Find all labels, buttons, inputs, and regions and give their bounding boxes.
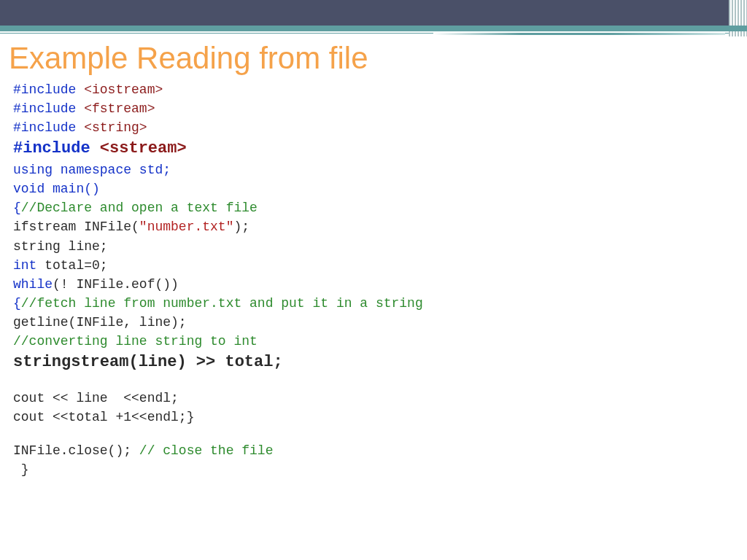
- preproc: #include: [13, 101, 84, 116]
- code-text: ifstream INFile(: [13, 219, 139, 234]
- code-line: void main(): [13, 179, 747, 198]
- code-line: while(! INFile.eof()): [13, 275, 747, 294]
- code-line: {//Declare and open a text file: [13, 198, 747, 217]
- code-text: (! INFile.eof()): [53, 277, 179, 292]
- keyword: using namespace: [13, 163, 139, 177]
- code-line: }: [13, 460, 747, 479]
- code-text: main(): [53, 182, 100, 196]
- preproc: #include: [13, 82, 84, 97]
- code-line: #include <string>: [13, 118, 747, 137]
- blank-line: [13, 374, 747, 389]
- string-literal: "number.txt": [139, 219, 234, 234]
- slide-title: Example Reading from file: [9, 41, 747, 76]
- keyword: int: [13, 258, 44, 273]
- code-line: string line;: [13, 237, 747, 256]
- code-line: #include <iostream>: [13, 80, 747, 99]
- brace: {: [13, 201, 21, 215]
- preproc: #include: [13, 139, 100, 158]
- code-line: stringstream(line) >> total;: [13, 351, 747, 374]
- keyword: void: [13, 182, 53, 196]
- code-line: getline(INFile, line);: [13, 313, 747, 332]
- code-line: {//fetch line from number.txt and put it…: [13, 294, 747, 313]
- code-line: #include <fstream>: [13, 99, 747, 118]
- code-line: cout << line <<endl;: [13, 389, 747, 408]
- code-line: using namespace std;: [13, 160, 747, 179]
- comment: // close the file: [139, 443, 274, 458]
- comment: //fetch line from number.txt and put it …: [21, 296, 423, 311]
- code-line: cout <<total +1<<endl;}: [13, 408, 747, 427]
- accent-right: [433, 33, 725, 35]
- code-block: #include <iostream> #include <fstream> #…: [0, 80, 747, 479]
- comment: //Declare and open a text file: [21, 201, 258, 215]
- code-text: std;: [139, 163, 171, 177]
- header-name: <sstream>: [100, 139, 187, 158]
- accent-strip: [0, 26, 747, 31]
- code-line: //converting line string to int: [13, 332, 747, 351]
- preproc: #include: [13, 120, 84, 135]
- keyword: while: [13, 277, 53, 292]
- code-text: INFile.close();: [13, 443, 139, 458]
- header-bar: [0, 0, 747, 26]
- brace: {: [13, 296, 21, 311]
- code-text: total=0;: [44, 258, 107, 273]
- blank-line: [13, 427, 747, 441]
- header-name: <iostream>: [84, 82, 163, 97]
- code-line: INFile.close(); // close the file: [13, 441, 747, 460]
- code-text: );: [233, 219, 249, 234]
- code-line: ifstream INFile("number.txt");: [13, 217, 747, 236]
- header-name: <string>: [84, 120, 147, 135]
- header-name: <fstream>: [84, 101, 155, 116]
- code-line: #include <sstream>: [13, 137, 747, 160]
- code-line: int total=0;: [13, 256, 747, 275]
